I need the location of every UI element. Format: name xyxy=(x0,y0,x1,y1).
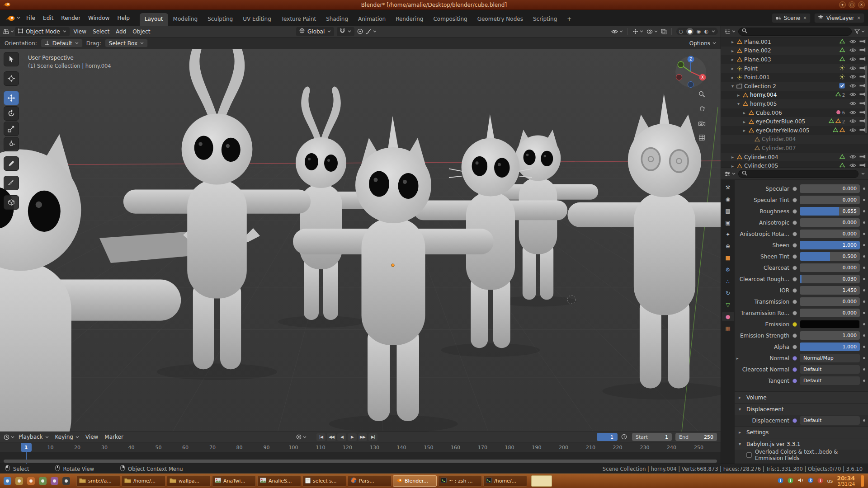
value-slider[interactable]: 0.000 xyxy=(800,297,860,306)
animate-decorator[interactable] xyxy=(863,289,865,291)
disable-in-renders-toggle[interactable] xyxy=(859,66,866,72)
tray-volume-icon[interactable] xyxy=(797,478,804,484)
toggle-xray[interactable] xyxy=(661,29,667,34)
previous-keyframe-button[interactable]: ◀◀ xyxy=(327,433,336,441)
mode-dropdown[interactable]: Object Mode xyxy=(15,27,70,36)
animate-decorator[interactable] xyxy=(863,199,865,201)
hide-in-viewport-toggle[interactable] xyxy=(849,47,856,54)
hide-in-viewport-toggle[interactable] xyxy=(849,74,856,80)
properties-tab-object[interactable]: ■ xyxy=(722,253,734,263)
object-name[interactable]: Collection 2 xyxy=(743,83,839,89)
animate-decorator[interactable] xyxy=(863,368,865,371)
creature-model[interactable] xyxy=(123,49,311,380)
value-slider[interactable]: 1.000 xyxy=(800,241,860,249)
toggle-orthographic-icon[interactable] xyxy=(698,134,705,142)
object-name[interactable]: Point.001 xyxy=(743,74,840,80)
outliner-row[interactable]: ▸Plane.003 xyxy=(721,55,868,64)
view-layer-selector[interactable]: ViewLayer × xyxy=(814,13,864,23)
pan-hand-icon[interactable] xyxy=(698,105,706,114)
value-slider[interactable]: 1.450 xyxy=(800,286,860,295)
proportional-editing-toggle[interactable] xyxy=(357,28,363,34)
animate-decorator[interactable] xyxy=(863,346,865,348)
animate-decorator[interactable] xyxy=(863,188,865,190)
shading-wireframe[interactable]: ○ xyxy=(679,28,684,35)
remove-view-layer-icon[interactable]: × xyxy=(857,15,861,21)
workspace-tab--[interactable]: + xyxy=(562,13,576,26)
play-reverse-button[interactable]: ◀ xyxy=(337,433,346,441)
object-name[interactable]: Point xyxy=(743,66,840,72)
disable-in-renders-toggle[interactable] xyxy=(859,47,866,54)
show-desktop-button[interactable] xyxy=(861,475,864,487)
launcher-text-editor[interactable] xyxy=(49,476,60,487)
tray-messenger-icon[interactable] xyxy=(788,478,793,485)
outliner-editor-type-icon[interactable] xyxy=(724,29,736,34)
outliner-row[interactable]: ▾Collection 2 xyxy=(721,82,868,91)
checkbox-row[interactable]: Overload Colors & text...bedo & Emmissio… xyxy=(735,450,868,460)
object-name[interactable]: Plane.003 xyxy=(743,56,840,63)
properties-editor-type-icon[interactable] xyxy=(724,171,736,177)
shading-material-preview[interactable]: ◉ xyxy=(697,28,701,35)
window-titlebar[interactable]: Blender* [/home/amalie/Desktop/blender/c… xyxy=(0,0,868,10)
viewport-menu-object[interactable]: Object xyxy=(129,27,153,36)
outliner-row[interactable]: Cylinder.004 xyxy=(721,135,868,144)
checkbox[interactable] xyxy=(746,452,752,458)
animate-decorator[interactable] xyxy=(863,210,865,212)
animate-decorator[interactable] xyxy=(863,323,865,325)
current-frame-marker[interactable]: 1 xyxy=(21,443,32,452)
expander-icon[interactable]: ▸ xyxy=(730,164,736,168)
shading-rendered[interactable]: ◐ xyxy=(704,28,708,35)
launcher-web-browser[interactable] xyxy=(25,476,36,487)
tool-annotate[interactable] xyxy=(4,156,19,171)
outliner-row[interactable]: ▸Point xyxy=(721,64,868,73)
properties-tab-material[interactable]: ● xyxy=(722,312,734,321)
animate-decorator[interactable] xyxy=(863,419,865,422)
workspace-tab-compositing[interactable]: Compositing xyxy=(428,13,472,26)
expander-icon[interactable]: ▸ xyxy=(730,39,736,44)
maximize-button[interactable]: ▢ xyxy=(849,1,855,8)
menu-edit[interactable]: Edit xyxy=(39,13,57,23)
menu-help[interactable]: Help xyxy=(113,13,133,23)
hide-in-viewport-toggle[interactable] xyxy=(849,39,856,45)
hide-in-viewport-toggle[interactable] xyxy=(849,154,856,160)
taskbar-window-button[interactable]: /home/... xyxy=(483,475,527,487)
scene-selector[interactable]: Scene × xyxy=(772,13,811,23)
select-widget[interactable]: Default xyxy=(800,416,860,425)
workspace-tab-scripting[interactable]: Scripting xyxy=(528,13,562,26)
expander-icon[interactable]: ▸ xyxy=(730,48,736,53)
timeline-menu-keying[interactable]: Keying xyxy=(52,432,82,441)
menu-file[interactable]: File xyxy=(23,13,39,23)
panel-header[interactable]: ▾Displacement xyxy=(735,403,868,415)
tray-bluetooth-icon[interactable] xyxy=(808,477,813,485)
hide-in-viewport-toggle[interactable] xyxy=(849,127,856,134)
object-name[interactable]: Plane.001 xyxy=(743,39,840,45)
outliner-row[interactable]: ▸Cylinder.005 xyxy=(721,161,868,168)
object-name[interactable]: Cylinder.005 xyxy=(743,163,840,168)
select-widget[interactable]: Default xyxy=(800,365,860,374)
3d-viewport[interactable]: User Perspective (1) Scene Collection | … xyxy=(0,49,721,432)
tool-add-cube[interactable] xyxy=(4,195,19,210)
camera-view-icon[interactable] xyxy=(698,120,706,128)
value-slider[interactable]: 0.030 xyxy=(800,275,860,283)
expander-icon[interactable]: ▸ xyxy=(730,75,736,80)
clipboard-applet[interactable] xyxy=(531,475,552,487)
outliner-row[interactable]: ▸Plane.002 xyxy=(721,47,868,56)
object-name[interactable]: Cube.006 xyxy=(755,110,836,116)
menu-render[interactable]: Render xyxy=(57,13,84,23)
launcher-file-manager[interactable] xyxy=(14,476,24,487)
animate-decorator[interactable] xyxy=(863,300,865,303)
tool-measure[interactable] xyxy=(4,176,19,190)
keyboard-layout-indicator[interactable]: us xyxy=(827,478,833,484)
tool-transform[interactable] xyxy=(4,137,19,151)
outliner-row[interactable]: ▸horny.0042 xyxy=(721,91,868,100)
filter-icon[interactable] xyxy=(854,29,865,34)
animate-decorator[interactable] xyxy=(863,233,865,235)
workspace-tab-texture-paint[interactable]: Texture Paint xyxy=(276,13,321,26)
object-name[interactable]: horny.004 xyxy=(749,92,835,98)
hide-in-viewport-toggle[interactable] xyxy=(849,110,856,116)
workspace-tab-geometry-nodes[interactable]: Geometry Nodes xyxy=(472,13,528,26)
taskbar-window-button[interactable]: AnalieS... xyxy=(257,475,301,487)
chevron-down-icon[interactable] xyxy=(861,173,865,175)
taskbar-window-button[interactable]: wallpa... xyxy=(167,475,211,487)
outliner-scrollbar[interactable] xyxy=(865,66,867,133)
taskbar-window-button[interactable]: ~ : zsh ... xyxy=(438,475,482,487)
